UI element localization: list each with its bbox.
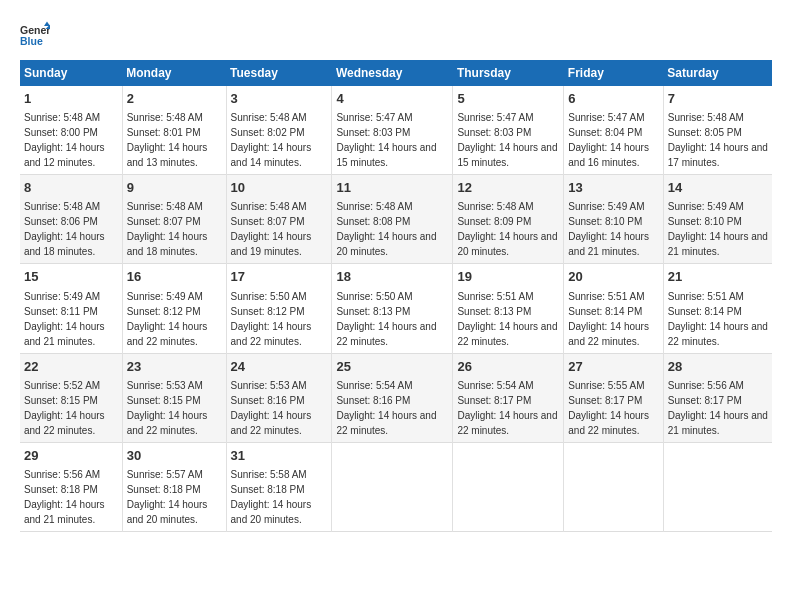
calendar-cell: 30Sunrise: 5:57 AM Sunset: 8:18 PM Dayli… <box>122 442 226 531</box>
calendar-cell: 15Sunrise: 5:49 AM Sunset: 8:11 PM Dayli… <box>20 264 122 353</box>
calendar-cell: 11Sunrise: 5:48 AM Sunset: 8:08 PM Dayli… <box>332 175 453 264</box>
day-info: Sunrise: 5:54 AM Sunset: 8:17 PM Dayligh… <box>457 378 559 438</box>
calendar-cell: 5Sunrise: 5:47 AM Sunset: 8:03 PM Daylig… <box>453 86 564 175</box>
day-info: Sunrise: 5:53 AM Sunset: 8:16 PM Dayligh… <box>231 378 328 438</box>
calendar-cell: 7Sunrise: 5:48 AM Sunset: 8:05 PM Daylig… <box>663 86 772 175</box>
day-info: Sunrise: 5:54 AM Sunset: 8:16 PM Dayligh… <box>336 378 448 438</box>
calendar-cell <box>564 442 663 531</box>
calendar-cell: 27Sunrise: 5:55 AM Sunset: 8:17 PM Dayli… <box>564 353 663 442</box>
day-info: Sunrise: 5:56 AM Sunset: 8:18 PM Dayligh… <box>24 467 118 527</box>
week-row-4: 22Sunrise: 5:52 AM Sunset: 8:15 PM Dayli… <box>20 353 772 442</box>
day-info: Sunrise: 5:48 AM Sunset: 8:00 PM Dayligh… <box>24 110 118 170</box>
day-info: Sunrise: 5:56 AM Sunset: 8:17 PM Dayligh… <box>668 378 768 438</box>
header-sunday: Sunday <box>20 60 122 86</box>
day-number: 9 <box>127 179 222 197</box>
day-number: 27 <box>568 358 658 376</box>
day-number: 30 <box>127 447 222 465</box>
day-info: Sunrise: 5:53 AM Sunset: 8:15 PM Dayligh… <box>127 378 222 438</box>
day-info: Sunrise: 5:51 AM Sunset: 8:13 PM Dayligh… <box>457 289 559 349</box>
day-info: Sunrise: 5:48 AM Sunset: 8:07 PM Dayligh… <box>231 199 328 259</box>
calendar-cell: 17Sunrise: 5:50 AM Sunset: 8:12 PM Dayli… <box>226 264 332 353</box>
day-number: 19 <box>457 268 559 286</box>
calendar-cell: 31Sunrise: 5:58 AM Sunset: 8:18 PM Dayli… <box>226 442 332 531</box>
day-number: 20 <box>568 268 658 286</box>
day-number: 23 <box>127 358 222 376</box>
day-info: Sunrise: 5:47 AM Sunset: 8:03 PM Dayligh… <box>457 110 559 170</box>
calendar-cell: 3Sunrise: 5:48 AM Sunset: 8:02 PM Daylig… <box>226 86 332 175</box>
day-number: 25 <box>336 358 448 376</box>
day-number: 12 <box>457 179 559 197</box>
calendar-cell <box>332 442 453 531</box>
calendar-cell: 20Sunrise: 5:51 AM Sunset: 8:14 PM Dayli… <box>564 264 663 353</box>
day-number: 5 <box>457 90 559 108</box>
day-number: 28 <box>668 358 768 376</box>
calendar-cell: 21Sunrise: 5:51 AM Sunset: 8:14 PM Dayli… <box>663 264 772 353</box>
day-number: 7 <box>668 90 768 108</box>
day-info: Sunrise: 5:57 AM Sunset: 8:18 PM Dayligh… <box>127 467 222 527</box>
calendar-cell: 4Sunrise: 5:47 AM Sunset: 8:03 PM Daylig… <box>332 86 453 175</box>
calendar-cell: 28Sunrise: 5:56 AM Sunset: 8:17 PM Dayli… <box>663 353 772 442</box>
calendar-cell: 6Sunrise: 5:47 AM Sunset: 8:04 PM Daylig… <box>564 86 663 175</box>
day-info: Sunrise: 5:48 AM Sunset: 8:01 PM Dayligh… <box>127 110 222 170</box>
week-row-5: 29Sunrise: 5:56 AM Sunset: 8:18 PM Dayli… <box>20 442 772 531</box>
calendar-cell: 26Sunrise: 5:54 AM Sunset: 8:17 PM Dayli… <box>453 353 564 442</box>
day-number: 17 <box>231 268 328 286</box>
day-info: Sunrise: 5:52 AM Sunset: 8:15 PM Dayligh… <box>24 378 118 438</box>
day-number: 11 <box>336 179 448 197</box>
header-thursday: Thursday <box>453 60 564 86</box>
day-number: 8 <box>24 179 118 197</box>
day-info: Sunrise: 5:51 AM Sunset: 8:14 PM Dayligh… <box>668 289 768 349</box>
day-number: 24 <box>231 358 328 376</box>
day-info: Sunrise: 5:49 AM Sunset: 8:11 PM Dayligh… <box>24 289 118 349</box>
day-number: 16 <box>127 268 222 286</box>
day-info: Sunrise: 5:48 AM Sunset: 8:09 PM Dayligh… <box>457 199 559 259</box>
calendar-cell <box>663 442 772 531</box>
header-tuesday: Tuesday <box>226 60 332 86</box>
day-info: Sunrise: 5:48 AM Sunset: 8:07 PM Dayligh… <box>127 199 222 259</box>
day-number: 13 <box>568 179 658 197</box>
week-row-3: 15Sunrise: 5:49 AM Sunset: 8:11 PM Dayli… <box>20 264 772 353</box>
day-info: Sunrise: 5:47 AM Sunset: 8:04 PM Dayligh… <box>568 110 658 170</box>
day-info: Sunrise: 5:55 AM Sunset: 8:17 PM Dayligh… <box>568 378 658 438</box>
day-info: Sunrise: 5:49 AM Sunset: 8:10 PM Dayligh… <box>568 199 658 259</box>
calendar-cell: 19Sunrise: 5:51 AM Sunset: 8:13 PM Dayli… <box>453 264 564 353</box>
logo-icon: General Blue <box>20 20 50 50</box>
day-number: 31 <box>231 447 328 465</box>
day-number: 22 <box>24 358 118 376</box>
day-info: Sunrise: 5:49 AM Sunset: 8:10 PM Dayligh… <box>668 199 768 259</box>
day-number: 18 <box>336 268 448 286</box>
day-info: Sunrise: 5:48 AM Sunset: 8:08 PM Dayligh… <box>336 199 448 259</box>
day-info: Sunrise: 5:50 AM Sunset: 8:13 PM Dayligh… <box>336 289 448 349</box>
day-number: 15 <box>24 268 118 286</box>
calendar-cell: 12Sunrise: 5:48 AM Sunset: 8:09 PM Dayli… <box>453 175 564 264</box>
day-number: 1 <box>24 90 118 108</box>
day-number: 10 <box>231 179 328 197</box>
day-info: Sunrise: 5:49 AM Sunset: 8:12 PM Dayligh… <box>127 289 222 349</box>
day-number: 2 <box>127 90 222 108</box>
week-row-1: 1Sunrise: 5:48 AM Sunset: 8:00 PM Daylig… <box>20 86 772 175</box>
header-friday: Friday <box>564 60 663 86</box>
calendar-cell: 23Sunrise: 5:53 AM Sunset: 8:15 PM Dayli… <box>122 353 226 442</box>
calendar-cell: 16Sunrise: 5:49 AM Sunset: 8:12 PM Dayli… <box>122 264 226 353</box>
calendar-cell: 14Sunrise: 5:49 AM Sunset: 8:10 PM Dayli… <box>663 175 772 264</box>
calendar-cell: 22Sunrise: 5:52 AM Sunset: 8:15 PM Dayli… <box>20 353 122 442</box>
day-info: Sunrise: 5:48 AM Sunset: 8:06 PM Dayligh… <box>24 199 118 259</box>
day-number: 21 <box>668 268 768 286</box>
header-monday: Monday <box>122 60 226 86</box>
svg-text:Blue: Blue <box>20 35 43 47</box>
calendar-cell: 18Sunrise: 5:50 AM Sunset: 8:13 PM Dayli… <box>332 264 453 353</box>
calendar-cell: 1Sunrise: 5:48 AM Sunset: 8:00 PM Daylig… <box>20 86 122 175</box>
calendar-cell: 2Sunrise: 5:48 AM Sunset: 8:01 PM Daylig… <box>122 86 226 175</box>
day-info: Sunrise: 5:48 AM Sunset: 8:05 PM Dayligh… <box>668 110 768 170</box>
day-number: 3 <box>231 90 328 108</box>
day-info: Sunrise: 5:48 AM Sunset: 8:02 PM Dayligh… <box>231 110 328 170</box>
calendar-cell: 9Sunrise: 5:48 AM Sunset: 8:07 PM Daylig… <box>122 175 226 264</box>
calendar-cell: 8Sunrise: 5:48 AM Sunset: 8:06 PM Daylig… <box>20 175 122 264</box>
calendar-cell: 13Sunrise: 5:49 AM Sunset: 8:10 PM Dayli… <box>564 175 663 264</box>
day-info: Sunrise: 5:58 AM Sunset: 8:18 PM Dayligh… <box>231 467 328 527</box>
day-number: 6 <box>568 90 658 108</box>
header-wednesday: Wednesday <box>332 60 453 86</box>
week-row-2: 8Sunrise: 5:48 AM Sunset: 8:06 PM Daylig… <box>20 175 772 264</box>
day-info: Sunrise: 5:47 AM Sunset: 8:03 PM Dayligh… <box>336 110 448 170</box>
calendar-table: SundayMondayTuesdayWednesdayThursdayFrid… <box>20 60 772 532</box>
